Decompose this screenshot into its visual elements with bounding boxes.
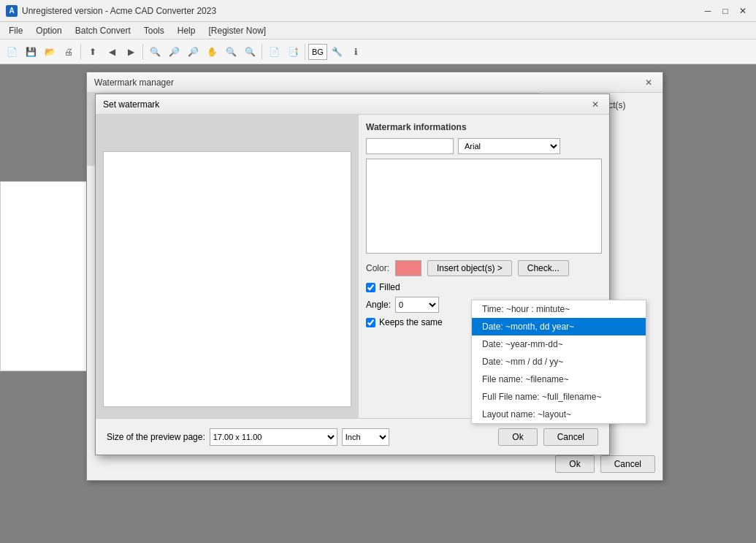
dropdown-item-date-month[interactable]: Date: ~month, dd year~ [472,318,646,335]
page-size-row: Size of the preview page: 17.00 x 11.00 … [107,428,389,446]
wm-filled-checkbox[interactable] [366,283,375,292]
tb-sep1 [80,44,81,60]
dropdown-item-date-mm[interactable]: Date: ~mm / dd / yy~ [472,353,646,371]
tb-sep3 [261,44,262,60]
set-wm-title-label: Set watermark [103,99,159,110]
wm-cancel-button[interactable]: Cancel [600,455,655,473]
wm-color-row: Color: Insert object(s) > Check... [366,260,602,276]
menu-register[interactable]: [Register Now] [202,24,272,37]
tb-zoom-fit[interactable]: 🔎 [184,43,202,61]
tb-zoom-ext[interactable]: 🔍 [241,43,259,61]
tb-new[interactable]: 📄 [3,43,20,61]
tb-zoom-out[interactable]: 🔎 [165,43,183,61]
tb-zoom-in[interactable]: 🔍 [146,43,164,61]
title-bar: A Unregistered version - Acme CAD Conver… [0,0,756,22]
wm-font-row: Arial Times New Roman Verdana [366,138,602,154]
dropdown-item-filename[interactable]: File name: ~filename~ [472,371,646,388]
tb-upload[interactable]: ⬆ [84,43,102,61]
wm-insert-objects-button[interactable]: Insert object(s) > [427,260,512,276]
wm-angle-select[interactable]: 0 45 90 -45 [395,297,439,313]
menu-option[interactable]: Option [30,24,67,37]
wm-ok-cancel-row: Ok Cancel [555,455,655,473]
tb-sep2 [142,44,143,60]
toolbar: 📄 💾 📂 🖨 ⬆ ◀ ▶ 🔍 🔎 🔎 ✋ 🔍 🔍 📄 📑 BG 🔧 ℹ [0,39,756,64]
tb-layout2[interactable]: 📑 [284,43,302,61]
tb-settings[interactable]: 🔧 [329,43,346,61]
tb-sep4 [305,44,305,60]
tb-layout1[interactable]: 📄 [265,43,283,61]
dropdown-item-layout[interactable]: Layout name: ~layout~ [472,406,646,423]
minimize-button[interactable]: ─ [700,4,715,18]
app-icon: A [6,5,18,17]
page-size-select[interactable]: 17.00 x 11.00 11.00 x 8.50 8.50 x 11.00 [210,428,337,446]
main-area: Watermark manager ✕ Watermark object(s) … [0,64,756,543]
tb-open[interactable]: 📂 [41,43,58,61]
tb-info[interactable]: ℹ [348,43,365,61]
window-title: Unregistered version - Acme CAD Converte… [22,6,216,16]
menu-help[interactable]: Help [172,24,202,37]
dropdown-item-full-filename[interactable]: Full File name: ~full_filename~ [472,388,646,406]
wm-check-button[interactable]: Check... [518,260,569,276]
tb-print[interactable]: 🖨 [60,43,77,61]
page-size-label: Size of the preview page: [107,432,205,442]
tb-save[interactable]: 💾 [22,43,39,61]
wm-manager-title: Watermark manager [94,77,174,88]
tb-back[interactable]: ◀ [103,43,121,61]
wm-color-swatch[interactable] [395,260,421,276]
wm-keeps-same-checkbox[interactable] [366,318,375,327]
wm-manager-close[interactable]: ✕ [642,76,655,89]
wm-font-select[interactable]: Arial Times New Roman Verdana [458,138,560,154]
window-controls: ─ □ ✕ [700,4,750,18]
set-wm-close-button[interactable]: ✕ [589,98,602,111]
set-wm-titlebar: Set watermark ✕ [96,94,609,115]
wm-info-section-title: Watermark informations [366,122,602,132]
tb-forward[interactable]: ▶ [122,43,140,61]
menu-file[interactable]: File [3,24,28,37]
wm-text-area[interactable] [366,159,602,254]
menu-bar: File Option Batch Convert Tools Help [Re… [0,22,756,39]
wm-angle-label: Angle: [366,300,391,310]
dropdown-item-date-year[interactable]: Date: ~year-mm-dd~ [472,335,646,353]
preview-page [103,151,351,407]
wm-manager-titlebar: Watermark manager ✕ [87,72,663,93]
wm-text-input[interactable] [366,138,454,154]
wm-keeps-same-label: Keeps the same [379,317,443,327]
insert-objects-dropdown[interactable]: Time: ~hour : mintute~ Date: ~month, dd … [471,300,646,424]
set-wm-bottom-buttons: Ok Cancel [498,428,598,446]
tb-pan[interactable]: ✋ [203,43,221,61]
preview-inner [111,174,343,399]
maximize-button[interactable]: □ [718,4,733,18]
set-wm-ok-button[interactable]: Ok [498,428,537,446]
unit-select[interactable]: Inch mm cm [342,428,389,446]
set-wm-cancel-button[interactable]: Cancel [543,428,598,446]
wm-filled-row: Filled [366,282,602,292]
close-button[interactable]: ✕ [736,4,750,18]
set-wm-preview-pane [96,115,359,418]
menu-batch-convert[interactable]: Batch Convert [69,24,137,37]
dropdown-item-time[interactable]: Time: ~hour : mintute~ [472,300,646,318]
wm-filled-label: Filled [379,282,400,292]
tb-zoom-window[interactable]: 🔍 [222,43,240,61]
tb-bg[interactable]: BG [308,44,327,60]
wm-ok-button[interactable]: Ok [555,455,594,473]
wm-color-label: Color: [366,263,389,273]
menu-tools[interactable]: Tools [138,24,170,37]
